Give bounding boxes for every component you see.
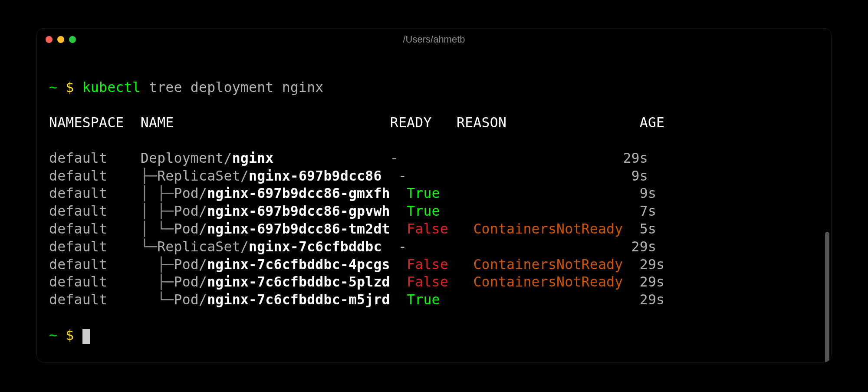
terminal-body[interactable]: ~ $ kubectl tree deployment nginx NAMESP… (37, 50, 831, 362)
cell-age: 5s (640, 221, 656, 237)
cell-reason (465, 239, 631, 254)
tree-prefix: │ └─ (141, 221, 174, 237)
cell-age: 29s (640, 292, 665, 307)
resource-kind: Pod/ (174, 292, 207, 307)
titlebar: /Users/ahmetb (37, 29, 831, 50)
table-row: default ├─Pod/nginx-7c6cfbddbc-5plzd Fal… (49, 273, 819, 291)
window-title: /Users/ahmetb (403, 34, 465, 45)
cell-name: └─ReplicaSet/nginx-7c6cfbddbc (141, 239, 398, 254)
cell-ready: - (398, 168, 457, 184)
cell-ready: False (407, 257, 465, 272)
resource-kind: Pod/ (174, 203, 207, 219)
terminal-window: /Users/ahmetb ~ $ kubectl tree deploymen… (36, 28, 832, 362)
cell-name: Deployment/nginx (141, 150, 390, 166)
table-row: default ├─ReplicaSet/nginx-697b9dcc86 - … (49, 167, 819, 185)
resource-kind: Pod/ (174, 185, 207, 201)
command-args: tree deployment nginx (149, 79, 323, 95)
cell-ready: False (407, 274, 465, 290)
tree-prefix: ├─ (141, 257, 174, 272)
header-namespace: NAMESPACE (49, 115, 124, 130)
tree-prefix: │ ├─ (141, 185, 174, 201)
resource-name: nginx-7c6cfbddbc-4pcgs (207, 257, 390, 272)
prompt-line: ~ $ (49, 326, 819, 344)
cell-reason (465, 168, 631, 184)
cell-age: 29s (640, 257, 665, 272)
resource-name: nginx-7c6cfbddbc-m5jrd (207, 292, 390, 307)
cell-age: 9s (631, 168, 648, 184)
cell-name: └─Pod/nginx-7c6cfbddbc-m5jrd (141, 292, 407, 307)
cell-ready: True (407, 185, 465, 201)
cell-namespace: default (49, 221, 141, 237)
prompt-tilde: ~ (49, 327, 57, 343)
cursor-icon (82, 329, 90, 344)
cell-name: ├─Pod/nginx-7c6cfbddbc-4pcgs (141, 257, 407, 272)
cell-ready: - (390, 150, 448, 166)
resource-kind: ReplicaSet/ (157, 239, 249, 254)
cell-ready: False (407, 221, 465, 237)
cell-ready: True (407, 203, 465, 219)
cell-age: 9s (640, 185, 656, 201)
cell-namespace: default (49, 292, 141, 307)
tree-prefix: └─ (141, 239, 157, 254)
cell-namespace: default (49, 203, 141, 219)
header-name: NAME (141, 115, 174, 130)
tree-prefix: └─ (141, 292, 174, 307)
resource-name: nginx-697b9dcc86-gpvwh (207, 203, 390, 219)
resource-kind: Pod/ (174, 221, 207, 237)
header-ready: READY (390, 115, 432, 130)
cell-age: 29s (640, 274, 665, 290)
command-exec: kubectl (82, 79, 141, 95)
resource-kind: Deployment/ (141, 150, 232, 166)
table-row: default ├─Pod/nginx-7c6cfbddbc-4pcgs Fal… (49, 256, 819, 273)
table-row: default │ ├─Pod/nginx-697b9dcc86-gpvwh T… (49, 202, 819, 220)
cell-namespace: default (49, 257, 141, 272)
cell-reason (473, 185, 639, 201)
header-age: AGE (640, 115, 665, 130)
resource-kind: ReplicaSet/ (157, 168, 249, 184)
resource-name: nginx (232, 150, 274, 166)
minimize-icon[interactable] (57, 36, 64, 43)
cell-reason (457, 150, 623, 166)
close-icon[interactable] (46, 36, 53, 43)
cell-name: ├─ReplicaSet/nginx-697b9dcc86 (141, 168, 398, 184)
resource-name: nginx-7c6cfbddbc-5plzd (207, 274, 390, 290)
tree-prefix: ├─ (141, 274, 174, 290)
table-row: default Deployment/nginx - 29s (49, 149, 819, 167)
cell-age: 7s (640, 203, 656, 219)
table-row: default │ ├─Pod/nginx-697b9dcc86-gmxfh T… (49, 184, 819, 202)
prompt-tilde: ~ (49, 79, 57, 95)
cell-ready: - (398, 239, 457, 254)
cell-reason (473, 203, 639, 219)
resource-name: nginx-697b9dcc86-tm2dt (207, 221, 390, 237)
tree-prefix: │ ├─ (141, 203, 174, 219)
cell-namespace: default (49, 185, 141, 201)
scrollbar[interactable] (825, 232, 829, 362)
header-row: NAMESPACE NAME READY REASON AGE (49, 114, 819, 132)
command-line: ~ $ kubectl tree deployment nginx (49, 79, 819, 96)
resource-name: nginx-697b9dcc86-gmxfh (207, 185, 390, 201)
cell-namespace: default (49, 168, 141, 184)
maximize-icon[interactable] (69, 36, 76, 43)
cell-reason: ContainersNotReady (473, 221, 639, 237)
cell-reason: ContainersNotReady (473, 274, 639, 290)
cell-namespace: default (49, 274, 141, 290)
cell-reason (473, 292, 639, 307)
prompt-dollar: $ (66, 327, 74, 343)
cell-age: 29s (631, 239, 657, 254)
table-row: default └─ReplicaSet/nginx-7c6cfbddbc - … (49, 238, 819, 256)
header-reason: REASON (457, 115, 506, 130)
cell-age: 29s (623, 150, 648, 166)
prompt-dollar: $ (66, 79, 74, 95)
table-row: default │ └─Pod/nginx-697b9dcc86-tm2dt F… (49, 220, 819, 238)
cell-ready: True (407, 292, 465, 307)
cell-reason: ContainersNotReady (473, 257, 639, 272)
resource-name: nginx-697b9dcc86 (249, 168, 382, 184)
table-row: default └─Pod/nginx-7c6cfbddbc-m5jrd Tru… (49, 291, 819, 309)
cell-namespace: default (49, 239, 141, 254)
output-rows: default Deployment/nginx - 29sdefault ├─… (49, 149, 819, 309)
resource-kind: Pod/ (174, 274, 207, 290)
cell-namespace: default (49, 150, 141, 166)
cell-name: │ └─Pod/nginx-697b9dcc86-tm2dt (141, 221, 407, 237)
cell-name: ├─Pod/nginx-7c6cfbddbc-5plzd (141, 274, 407, 290)
cell-name: │ ├─Pod/nginx-697b9dcc86-gmxfh (141, 185, 407, 201)
